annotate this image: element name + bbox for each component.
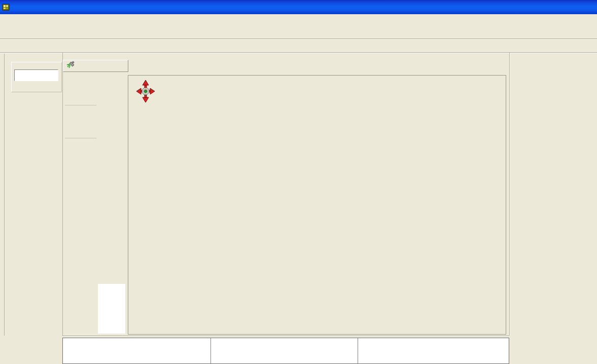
motec-ecu-manager-window: { "title_bar": { "title": "MoTeC ECU Man… <box>0 0 597 364</box>
load-group-separator <box>65 105 96 105</box>
main-panel-left-border <box>62 53 63 336</box>
title-bar[interactable] <box>0 0 597 14</box>
bottom-panel-divider <box>210 338 211 364</box>
menu-bar <box>0 14 597 24</box>
app-icon <box>2 3 10 11</box>
navigation-cross-control[interactable] <box>134 78 157 104</box>
la1-short-term-trim-panel <box>11 62 62 92</box>
table-corner-cell <box>63 60 128 72</box>
toolbar <box>0 24 597 39</box>
rpm-header-row <box>63 60 128 72</box>
injector-icon <box>66 61 75 71</box>
sidebar-divider <box>4 54 5 336</box>
fuel-map-graph-area[interactable] <box>128 75 506 335</box>
content-top-divider <box>0 52 597 53</box>
bottom-channel-list-panel <box>62 338 509 364</box>
fuel-map-3d-surface[interactable] <box>128 76 506 334</box>
load-axis-empty-area <box>98 284 125 334</box>
load-group-separator <box>65 138 96 138</box>
la1-trim-value-box[interactable] <box>14 69 58 81</box>
main-panel-right-border <box>509 53 510 336</box>
main-panel-bottom-border <box>62 336 509 336</box>
bottom-panel-divider <box>358 338 358 364</box>
